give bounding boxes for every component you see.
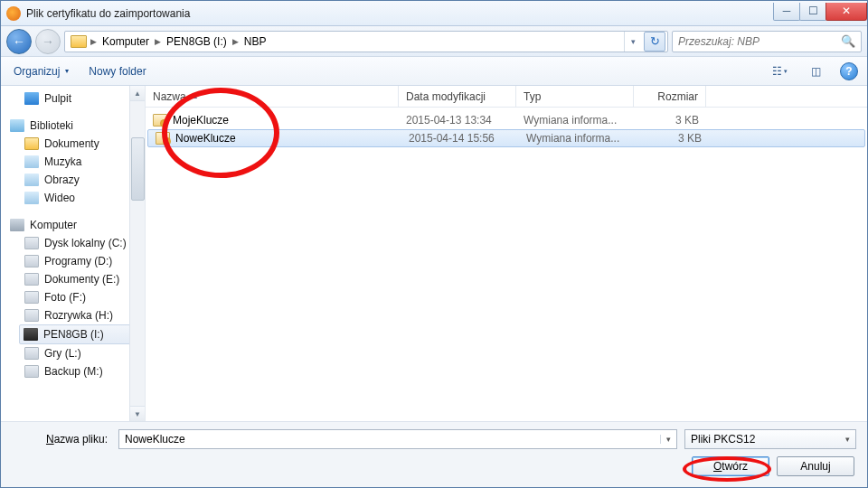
cancel-button[interactable]: Anuluj [777, 456, 854, 476]
new-folder-button[interactable]: Nowy folder [85, 61, 149, 81]
drive-icon [24, 291, 39, 304]
navbar: ← → ▶ Komputer ▶ PEN8GB (I:) ▶ NBP ▾ ↻ 🔍 [1, 26, 867, 57]
file-row[interactable]: MojeKlucze 2015-04-13 13:34 Wymiana info… [146, 111, 867, 129]
tree-item-libraries[interactable]: Biblioteki [1, 117, 145, 135]
tree-item-desktop[interactable]: Pulpit [1, 89, 145, 108]
chevron-down-icon: ▾ [845, 435, 850, 444]
breadcrumb-dropdown[interactable]: ▾ [624, 32, 642, 52]
dialog-body: Pulpit Biblioteki Dokumenty Muzyka Obraz… [1, 86, 867, 422]
refresh-button[interactable]: ↻ [644, 32, 665, 52]
tree-item-music[interactable]: Muzyka [1, 153, 145, 171]
filetype-dropdown[interactable]: Pliki PKCS12 ▾ [684, 429, 856, 449]
forward-button[interactable]: → [35, 29, 61, 54]
tree-item-drive[interactable]: Programy (D:) [1, 252, 145, 270]
music-icon [24, 155, 39, 168]
help-button[interactable]: ? [840, 62, 858, 80]
column-headers: Nazwa▲ Data modyfikacji Typ Rozmiar [146, 86, 867, 108]
search-input[interactable] [678, 35, 841, 48]
file-row-selected[interactable]: NoweKlucze 2015-04-14 15:56 Wymiana info… [147, 129, 865, 147]
drive-icon [24, 237, 39, 249]
pictures-icon [24, 174, 39, 186]
back-button[interactable]: ← [6, 29, 32, 54]
libraries-icon [10, 119, 24, 132]
drive-icon [24, 273, 39, 286]
dialog-footer: Nazwa pliku: ▾ Pliki PKCS12 ▾ Otwórz Anu… [1, 422, 867, 487]
titlebar: Plik certyfikatu do zaimportowania ─ ☐ ✕ [1, 1, 867, 26]
certificate-file-icon [153, 114, 167, 127]
certificate-file-icon [156, 132, 170, 145]
tree-item-drive[interactable]: Dysk lokalny (C:) [1, 234, 145, 252]
scroll-thumb[interactable] [131, 137, 145, 201]
view-mode-button[interactable]: ☷ [768, 61, 791, 81]
folder-icon [71, 35, 87, 48]
folder-icon [24, 137, 39, 150]
window-title: Plik certyfikatu do zaimportowania [26, 7, 774, 20]
tree-item-videos[interactable]: Wideo [1, 189, 145, 207]
column-type[interactable]: Typ [516, 86, 634, 107]
usb-drive-icon [24, 328, 38, 341]
breadcrumb-segment[interactable]: NBP [239, 35, 272, 48]
file-rows: MojeKlucze 2015-04-13 13:34 Wymiana info… [146, 108, 867, 421]
tree-item-pictures[interactable]: Obrazy [1, 171, 145, 189]
chevron-right-icon[interactable]: ▶ [90, 37, 97, 46]
desktop-icon [24, 92, 39, 105]
search-icon[interactable]: 🔍 [841, 34, 855, 48]
breadcrumb-segment[interactable]: PEN8GB (I:) [161, 35, 232, 48]
drive-icon [24, 347, 39, 360]
preview-pane-button[interactable]: ◫ [804, 61, 827, 81]
file-open-dialog: Plik certyfikatu do zaimportowania ─ ☐ ✕… [0, 0, 868, 488]
chevron-right-icon[interactable]: ▶ [232, 37, 239, 46]
firefox-icon [6, 6, 21, 21]
chevron-right-icon[interactable]: ▶ [155, 37, 161, 46]
scroll-down-icon[interactable]: ▼ [130, 406, 145, 421]
videos-icon [24, 192, 39, 204]
computer-icon [10, 219, 24, 231]
sort-asc-icon: ▲ [192, 92, 199, 100]
filename-label: Nazwa pliku: [12, 433, 111, 446]
tree-item-drive-selected[interactable]: PEN8GB (I:) [19, 324, 143, 344]
column-name[interactable]: Nazwa▲ [146, 86, 399, 107]
filename-combo[interactable]: ▾ [118, 429, 677, 449]
open-button[interactable]: Otwórz [692, 456, 769, 476]
tree-item-drive[interactable]: Backup (M:) [1, 362, 145, 380]
search-box[interactable]: 🔍 [672, 31, 862, 52]
tree-scrollbar[interactable]: ▲ ▼ [129, 86, 145, 421]
scroll-up-icon[interactable]: ▲ [130, 86, 145, 101]
tree-item-computer[interactable]: Komputer [1, 216, 145, 234]
tree-item-documents[interactable]: Dokumenty [1, 135, 145, 153]
drive-icon [24, 365, 39, 378]
tree-item-drive[interactable]: Dokumenty (E:) [1, 270, 145, 288]
organize-menu[interactable]: Organizuj [10, 61, 72, 81]
drive-icon [24, 255, 39, 267]
maximize-button[interactable]: ☐ [799, 3, 826, 21]
tree-item-drive[interactable]: Rozrywka (H:) [1, 306, 145, 324]
column-size[interactable]: Rozmiar [634, 86, 706, 107]
column-date[interactable]: Data modyfikacji [399, 86, 516, 107]
nav-tree: Pulpit Biblioteki Dokumenty Muzyka Obraz… [1, 86, 146, 421]
minimize-button[interactable]: ─ [773, 3, 800, 21]
breadcrumb-segment[interactable]: Komputer [97, 35, 155, 48]
tree-item-drive[interactable]: Gry (L:) [1, 344, 145, 362]
filename-input[interactable] [119, 433, 660, 446]
chevron-down-icon[interactable]: ▾ [660, 435, 676, 444]
drive-icon [24, 309, 39, 322]
file-list: Nazwa▲ Data modyfikacji Typ Rozmiar Moje… [146, 86, 867, 421]
close-button[interactable]: ✕ [826, 3, 867, 21]
breadcrumb[interactable]: ▶ Komputer ▶ PEN8GB (I:) ▶ NBP ▾ ↻ [64, 31, 668, 52]
toolbar: Organizuj Nowy folder ☷ ◫ ? [1, 57, 867, 86]
tree-item-drive[interactable]: Foto (F:) [1, 288, 145, 306]
